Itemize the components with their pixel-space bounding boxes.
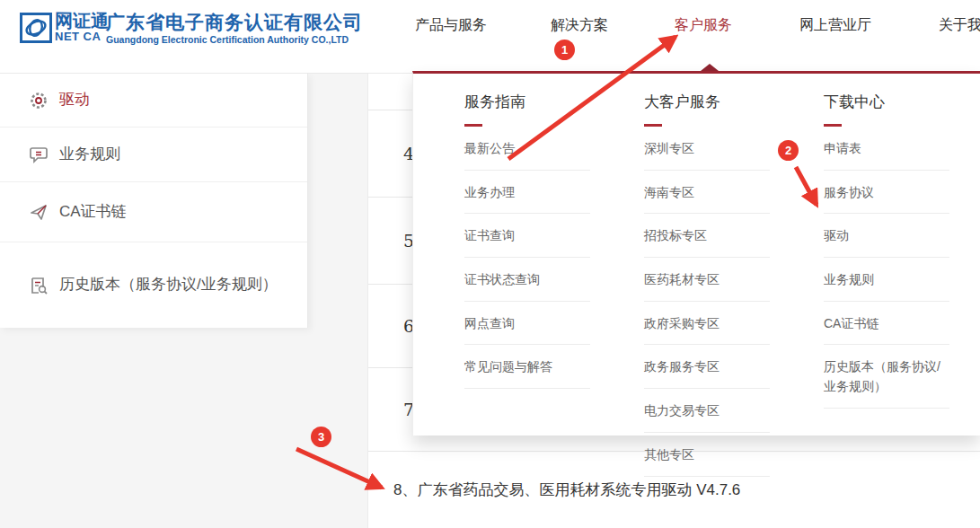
menu-item-medical-consumables-zone[interactable]: 医药耗材专区 bbox=[644, 258, 770, 302]
menu-column-title: 大客户服务 bbox=[644, 92, 770, 112]
menu-item-branch-query[interactable]: 网点查询 bbox=[464, 302, 590, 346]
sidebar-item-business-rules[interactable]: 业务规则 bbox=[0, 128, 307, 182]
menu-item-certificate-status-query[interactable]: 证书状态查询 bbox=[464, 258, 590, 302]
chat-bubble-icon bbox=[29, 145, 49, 164]
nav-online-hall[interactable]: 网上营业厅 bbox=[781, 16, 889, 35]
nav-customer-service[interactable]: 客户服务 bbox=[649, 16, 757, 35]
netca-logo-icon[interactable] bbox=[20, 13, 52, 43]
annotation-badge-2: 2 bbox=[778, 140, 799, 161]
menu-item-application-form[interactable]: 申请表 bbox=[824, 127, 949, 171]
gear-icon bbox=[29, 91, 49, 110]
sidebar-item-history-versions[interactable]: 历史版本（服务协议/业务规则） bbox=[0, 242, 307, 328]
sidebar-item-label: 业务规则 bbox=[59, 143, 120, 166]
nav-about-us[interactable]: 关于我们 bbox=[914, 16, 980, 35]
sidebar-item-label: 驱动 bbox=[59, 88, 90, 111]
menu-column-title: 服务指南 bbox=[464, 92, 590, 112]
driver-item-label: 8、广东省药品交易、医用耗材系统专用驱动 V4.7.6 bbox=[368, 480, 740, 500]
menu-item-power-trading-zone[interactable]: 电力交易专区 bbox=[644, 389, 770, 433]
company-name-cn: 广东省电子商务认证有限公司 bbox=[106, 10, 363, 35]
menu-column-service-guide: 服务指南 最新公告 业务办理 证书查询 证书状态查询 网点查询 常见问题与解答 bbox=[464, 92, 590, 389]
menu-item-latest-announcements[interactable]: 最新公告 bbox=[464, 127, 590, 171]
menu-item-gov-procurement-zone[interactable]: 政府采购专区 bbox=[644, 302, 770, 346]
menu-item-business-handling[interactable]: 业务办理 bbox=[464, 171, 590, 215]
sidebar-item-label: 历史版本（服务协议/业务规则） bbox=[59, 273, 278, 296]
menu-column-download-center: 下载中心 申请表 服务协议 驱动 业务规则 CA证书链 历史版本（服务协议/业务… bbox=[824, 92, 949, 409]
menu-item-ca-cert-chain[interactable]: CA证书链 bbox=[824, 302, 949, 346]
annotation-badge-3: 3 bbox=[311, 427, 331, 447]
menu-item-business-rules[interactable]: 业务规则 bbox=[824, 258, 949, 302]
list-item-number: 7 bbox=[368, 400, 414, 419]
list-item-number: 4 bbox=[368, 144, 414, 163]
menu-column-title: 下载中心 bbox=[824, 92, 949, 112]
nav-solutions[interactable]: 解决方案 bbox=[525, 16, 633, 35]
nav-products-services[interactable]: 产品与服务 bbox=[397, 16, 505, 35]
sidebar-item-label: CA证书链 bbox=[59, 200, 127, 224]
annotation-badge-1: 1 bbox=[554, 40, 575, 60]
menu-item-faq[interactable]: 常见问题与解答 bbox=[464, 345, 590, 389]
document-search-icon bbox=[29, 276, 49, 295]
menu-item-service-agreement[interactable]: 服务协议 bbox=[824, 171, 949, 215]
company-name-en: Guangdong Electronic Certification Autho… bbox=[106, 34, 349, 45]
list-item-number: 5 bbox=[368, 231, 414, 251]
menu-item-other-zones[interactable]: 其他专区 bbox=[644, 433, 770, 477]
paper-plane-icon bbox=[29, 202, 49, 222]
list-item-number: 6 bbox=[368, 316, 414, 336]
menu-column-major-clients: 大客户服务 深圳专区 海南专区 招投标专区 医药耗材专区 政府采购专区 政务服务… bbox=[644, 92, 770, 477]
sidebar-item-ca-cert-chain[interactable]: CA证书链 bbox=[0, 182, 307, 242]
customer-service-mega-menu: 服务指南 最新公告 业务办理 证书查询 证书状态查询 网点查询 常见问题与解答 … bbox=[412, 71, 980, 436]
netca-logo-glyph bbox=[22, 15, 49, 40]
menu-item-shenzhen-zone[interactable]: 深圳专区 bbox=[644, 127, 770, 171]
dropdown-caret-icon bbox=[701, 64, 719, 71]
menu-item-history-versions[interactable]: 历史版本（服务协议/业务规则） bbox=[824, 345, 949, 408]
menu-item-bidding-zone[interactable]: 招投标专区 bbox=[644, 214, 770, 258]
top-header: 网证通 NET CA 广东省电子商务认证有限公司 Guangdong Elect… bbox=[0, 0, 980, 74]
menu-item-certificate-query[interactable]: 证书查询 bbox=[464, 214, 590, 258]
menu-item-hainan-zone[interactable]: 海南专区 bbox=[644, 171, 770, 215]
download-sidebar: 驱动 业务规则 CA证书链 历史版本（服务协议/业务规则） bbox=[0, 74, 308, 328]
menu-item-gov-affairs-zone[interactable]: 政务服务专区 bbox=[644, 345, 770, 389]
logo-en-text: NET CA bbox=[55, 30, 101, 43]
sidebar-item-driver[interactable]: 驱动 bbox=[0, 74, 307, 128]
menu-item-driver[interactable]: 驱动 bbox=[824, 214, 949, 258]
